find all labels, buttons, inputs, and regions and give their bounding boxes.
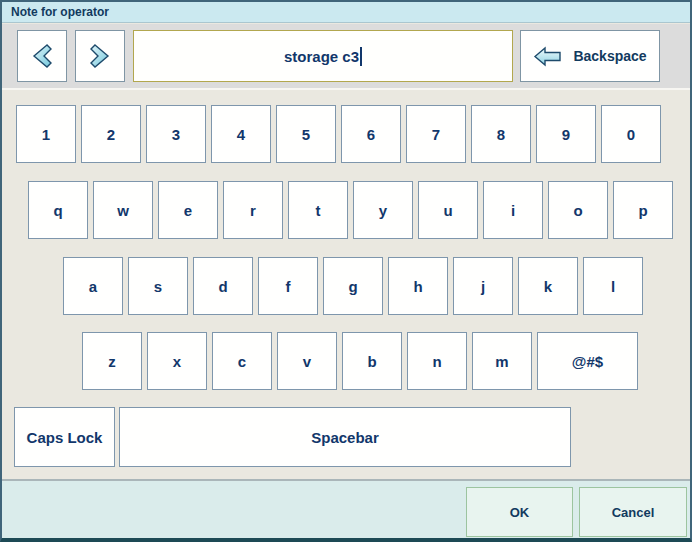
key-4[interactable]: 4 [211, 105, 271, 163]
key-k[interactable]: k [518, 257, 578, 315]
footer-bar: OK Cancel [2, 479, 690, 538]
key-y[interactable]: y [353, 181, 413, 239]
key-row-qwerty: qwertyuiop [28, 181, 673, 239]
key-2[interactable]: 2 [81, 105, 141, 163]
key-row-bottom: zxcvbnm@#$ [82, 332, 638, 390]
key-n[interactable]: n [407, 332, 467, 390]
key-w[interactable]: w [93, 181, 153, 239]
backspace-label: Backspace [573, 48, 646, 64]
key-1[interactable]: 1 [16, 105, 76, 163]
key-q[interactable]: q [28, 181, 88, 239]
chevron-right-icon [89, 43, 111, 69]
key-i[interactable]: i [483, 181, 543, 239]
chevron-left-icon [31, 43, 53, 69]
spacebar-key[interactable]: Spacebar [119, 407, 571, 467]
key-g[interactable]: g [323, 257, 383, 315]
key-c[interactable]: c [212, 332, 272, 390]
key-5[interactable]: 5 [276, 105, 336, 163]
caps-lock-key[interactable]: Caps Lock [14, 407, 115, 467]
key-e[interactable]: e [158, 181, 218, 239]
note-for-operator-dialog: Note for operator [0, 0, 692, 542]
key-u[interactable]: u [418, 181, 478, 239]
key-s[interactable]: s [128, 257, 188, 315]
key-z[interactable]: z [82, 332, 142, 390]
backspace-arrow-icon [533, 46, 562, 67]
key-6[interactable]: 6 [341, 105, 401, 163]
key-a[interactable]: a [63, 257, 123, 315]
text-caret [360, 47, 362, 66]
cursor-right-button[interactable] [75, 30, 125, 82]
key-m[interactable]: m [472, 332, 532, 390]
key-0[interactable]: 0 [601, 105, 661, 163]
on-screen-keyboard: 1234567890 qwertyuiop asdfghjkl zxcvbnm@… [2, 92, 690, 479]
key-d[interactable]: d [193, 257, 253, 315]
key-b[interactable]: b [342, 332, 402, 390]
ok-button[interactable]: OK [466, 487, 573, 537]
cancel-button[interactable]: Cancel [579, 487, 687, 537]
key-p[interactable]: p [613, 181, 673, 239]
dialog-title: Note for operator [11, 5, 109, 19]
key-7[interactable]: 7 [406, 105, 466, 163]
key-8[interactable]: 8 [471, 105, 531, 163]
key-row-numbers: 1234567890 [16, 105, 661, 163]
key-t[interactable]: t [288, 181, 348, 239]
cursor-left-button[interactable] [17, 30, 67, 82]
title-bar: Note for operator [2, 2, 690, 23]
key-r[interactable]: r [223, 181, 283, 239]
note-input-value: storage c3 [284, 48, 359, 65]
key-j[interactable]: j [453, 257, 513, 315]
note-input[interactable]: storage c3 [133, 30, 513, 82]
key-9[interactable]: 9 [536, 105, 596, 163]
key-x[interactable]: x [147, 332, 207, 390]
key-row-home: asdfghjkl [63, 257, 643, 315]
key-l[interactable]: l [583, 257, 643, 315]
key-v[interactable]: v [277, 332, 337, 390]
key-3[interactable]: 3 [146, 105, 206, 163]
key-symbols[interactable]: @#$ [537, 332, 638, 390]
key-o[interactable]: o [548, 181, 608, 239]
key-f[interactable]: f [258, 257, 318, 315]
key-h[interactable]: h [388, 257, 448, 315]
backspace-button[interactable]: Backspace [520, 30, 660, 82]
toolbar: storage c3 Backspace [2, 24, 690, 90]
